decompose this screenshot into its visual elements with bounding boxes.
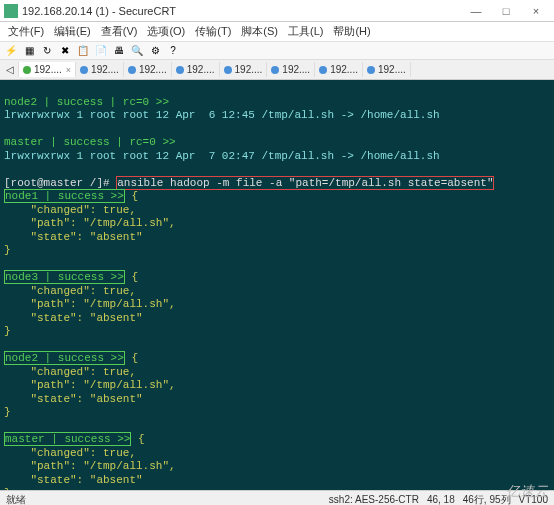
copy-icon[interactable]: 📋 bbox=[76, 44, 90, 58]
terminal[interactable]: node2 | success | rc=0 >> lrwxrwxrwx 1 r… bbox=[0, 80, 554, 490]
term-line: { bbox=[125, 271, 138, 283]
toolbar: ⚡ ▦ ↻ ✖ 📋 📄 🖶 🔍 ⚙ ? bbox=[0, 42, 554, 60]
status-ready: 就绪 bbox=[6, 493, 26, 506]
term-line: "path": "/tmp/all.sh", bbox=[4, 217, 176, 229]
term-line: } bbox=[4, 487, 11, 490]
tab-2-label: 192.... bbox=[91, 64, 119, 75]
tab-4-label: 192.... bbox=[187, 64, 215, 75]
tab-3-label: 192.... bbox=[139, 64, 167, 75]
disconnect-icon[interactable]: ✖ bbox=[58, 44, 72, 58]
term-prompt: [root@master /]# bbox=[4, 177, 116, 189]
watermark: 亿速云 bbox=[506, 483, 548, 501]
paste-icon[interactable]: 📄 bbox=[94, 44, 108, 58]
dot-icon bbox=[128, 66, 136, 74]
term-line: "path": "/tmp/all.sh", bbox=[4, 379, 176, 391]
tab-1-label: 192.... bbox=[34, 64, 62, 75]
dot-icon bbox=[271, 66, 279, 74]
term-line: node1 | success >> bbox=[4, 189, 125, 203]
menu-transfer[interactable]: 传输(T) bbox=[191, 22, 235, 41]
app-icon bbox=[4, 4, 18, 18]
term-line: "state": "absent" bbox=[4, 393, 143, 405]
tab-2[interactable]: 192.... bbox=[76, 62, 124, 77]
close-button[interactable]: × bbox=[522, 2, 550, 20]
term-cmd: ansible hadoop -m file -a "path=/tmp/all… bbox=[116, 176, 494, 190]
term-line: "path": "/tmp/all.sh", bbox=[4, 298, 176, 310]
tab-6-label: 192.... bbox=[282, 64, 310, 75]
help-icon[interactable]: ? bbox=[166, 44, 180, 58]
statusbar: 就绪 ssh2: AES-256-CTR 46, 18 46行, 95列 VT1… bbox=[0, 490, 554, 505]
tab-7-label: 192.... bbox=[330, 64, 358, 75]
dot-icon bbox=[224, 66, 232, 74]
tab-8-label: 192.... bbox=[378, 64, 406, 75]
term-line: { bbox=[125, 190, 138, 202]
term-line: lrwxrwxrwx 1 root root 12 Apr 7 02:47 /t… bbox=[4, 150, 440, 162]
term-line: "state": "absent" bbox=[4, 474, 143, 486]
dot-icon bbox=[367, 66, 375, 74]
connect-icon[interactable]: ⚡ bbox=[4, 44, 18, 58]
term-line: } bbox=[4, 325, 11, 337]
term-line: master | success >> bbox=[4, 432, 131, 446]
window-buttons: — □ × bbox=[462, 2, 550, 20]
window-title: 192.168.20.14 (1) - SecureCRT bbox=[22, 5, 462, 17]
dot-icon bbox=[319, 66, 327, 74]
term-line: "changed": true, bbox=[4, 366, 136, 378]
term-line: "state": "absent" bbox=[4, 231, 143, 243]
menu-script[interactable]: 脚本(S) bbox=[237, 22, 282, 41]
find-icon[interactable]: 🔍 bbox=[130, 44, 144, 58]
active-dot-icon bbox=[23, 66, 31, 74]
tab-7[interactable]: 192.... bbox=[315, 62, 363, 77]
tab-prev-label: ◁ bbox=[6, 64, 14, 75]
options-icon[interactable]: ⚙ bbox=[148, 44, 162, 58]
tab-5-label: 192.... bbox=[235, 64, 263, 75]
term-line: } bbox=[4, 406, 11, 418]
tab-4[interactable]: 192.... bbox=[172, 62, 220, 77]
print-icon[interactable]: 🖶 bbox=[112, 44, 126, 58]
minimize-button[interactable]: — bbox=[462, 2, 490, 20]
term-line: } bbox=[4, 244, 11, 256]
tabs: ◁ 192....× 192.... 192.... 192.... 192..… bbox=[0, 60, 554, 80]
titlebar: 192.168.20.14 (1) - SecureCRT — □ × bbox=[0, 0, 554, 22]
menu-file[interactable]: 文件(F) bbox=[4, 22, 48, 41]
menu-edit[interactable]: 编辑(E) bbox=[50, 22, 95, 41]
term-line: node2 | success >> bbox=[4, 351, 125, 365]
dot-icon bbox=[80, 66, 88, 74]
tab-6[interactable]: 192.... bbox=[267, 62, 315, 77]
tab-8[interactable]: 192.... bbox=[363, 62, 411, 77]
menu-tools[interactable]: 工具(L) bbox=[284, 22, 327, 41]
menu-view[interactable]: 查看(V) bbox=[97, 22, 142, 41]
term-line: master | success | rc=0 >> bbox=[4, 136, 176, 148]
maximize-button[interactable]: □ bbox=[492, 2, 520, 20]
tab-3[interactable]: 192.... bbox=[124, 62, 172, 77]
tab-prev[interactable]: ◁ bbox=[2, 62, 19, 77]
tab-5[interactable]: 192.... bbox=[220, 62, 268, 77]
menu-options[interactable]: 选项(O) bbox=[143, 22, 189, 41]
tab-1-close-icon[interactable]: × bbox=[66, 65, 71, 75]
term-line: "path": "/tmp/all.sh", bbox=[4, 460, 176, 472]
quick-icon[interactable]: ▦ bbox=[22, 44, 36, 58]
term-line: "changed": true, bbox=[4, 447, 136, 459]
status-pos: 46, 18 bbox=[427, 494, 455, 505]
status-cipher: ssh2: AES-256-CTR bbox=[329, 494, 419, 505]
term-line: lrwxrwxrwx 1 root root 12 Apr 6 12:45 /t… bbox=[4, 109, 440, 121]
menubar: 文件(F) 编辑(E) 查看(V) 选项(O) 传输(T) 脚本(S) 工具(L… bbox=[0, 22, 554, 42]
term-line: node3 | success >> bbox=[4, 270, 125, 284]
tab-1[interactable]: 192....× bbox=[19, 62, 76, 77]
reconnect-icon[interactable]: ↻ bbox=[40, 44, 54, 58]
dot-icon bbox=[176, 66, 184, 74]
term-line: { bbox=[125, 352, 138, 364]
term-line: "state": "absent" bbox=[4, 312, 143, 324]
term-line: { bbox=[131, 433, 144, 445]
status-size: 46行, 95列 bbox=[463, 493, 511, 506]
term-line: node2 | success | rc=0 >> bbox=[4, 96, 169, 108]
menu-help[interactable]: 帮助(H) bbox=[329, 22, 374, 41]
term-line: "changed": true, bbox=[4, 204, 136, 216]
term-line: "changed": true, bbox=[4, 285, 136, 297]
